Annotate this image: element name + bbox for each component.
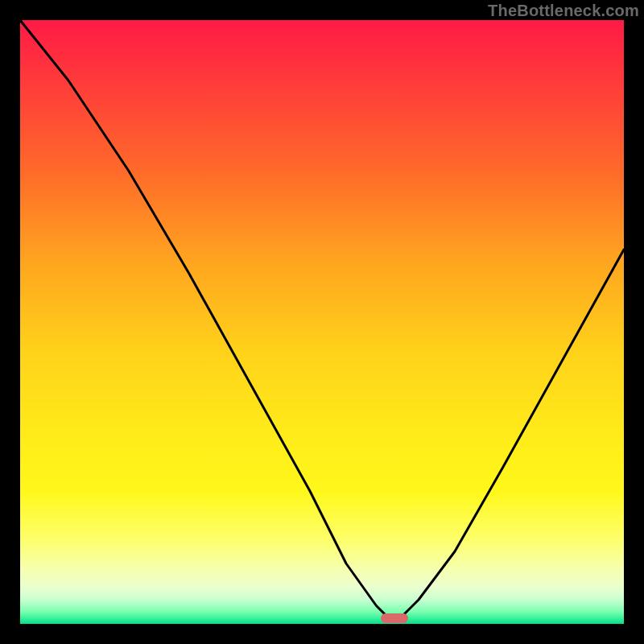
bottleneck-curve: [20, 20, 624, 618]
watermark-text: TheBottleneck.com: [488, 2, 639, 20]
bottleneck-chart: TheBottleneck.com: [0, 0, 644, 644]
plot-area: [20, 20, 624, 624]
optimum-marker: [381, 613, 408, 623]
curve-svg: [20, 20, 624, 624]
